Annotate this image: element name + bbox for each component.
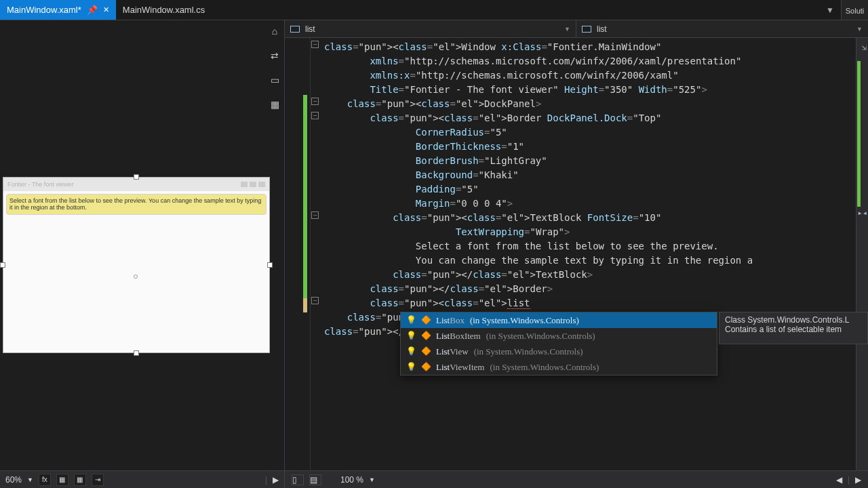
class-icon: 🔶 (421, 316, 431, 325)
intellisense-item-name: ListBoxItem (436, 331, 481, 342)
outline-toggle[interactable]: − (311, 98, 319, 105)
intellisense-item-name: ListView (436, 346, 469, 357)
intellisense-tooltip: Class System.Windows.Controls.L Contains… (719, 312, 868, 344)
intellisense-item-ns: (in System.Windows.Controls) (486, 331, 595, 342)
code-nav-left[interactable]: list ▼ (285, 20, 576, 37)
intellisense-item-name: ListViewItem (436, 362, 484, 373)
change-marker-unsaved (303, 298, 307, 312)
layout-toggle-1[interactable]: ▯ (292, 474, 304, 485)
xaml-designer-pane: ⌂ ⇄ ▭ ▦ Fontier - The font viewer Select… (0, 20, 285, 488)
outline-toggle[interactable]: − (311, 112, 319, 119)
solution-explorer-label: Soluti (846, 7, 865, 15)
class-icon: 🔶 (421, 347, 431, 357)
scroll-change-mark (857, 61, 861, 207)
solution-explorer-collapsed[interactable]: Soluti (841, 0, 868, 20)
code-nav-right[interactable]: list ▼ (576, 20, 868, 37)
code-navigation-bar: list ▼ list ▼ (285, 20, 868, 38)
lightbulb-icon: 💡 (406, 331, 416, 341)
outline-toggle[interactable]: − (311, 41, 319, 48)
tab-mainwindow-xaml-cs[interactable]: MainWindow.xaml.cs (116, 0, 212, 20)
design-surface[interactable]: ⌂ ⇄ ▭ ▦ Fontier - The font viewer Select… (0, 20, 284, 470)
go-arrow-icon[interactable]: ▶ (273, 475, 279, 485)
lightbulb-icon: 💡 (406, 316, 416, 325)
resize-handle-w[interactable] (0, 262, 5, 268)
document-tabstrip: MainWindow.xaml* 📌 ✕ MainWindow.xaml.cs … (0, 0, 868, 20)
code-nav-left-label: list (305, 24, 315, 34)
code-editor[interactable]: − − − − − class="pun"><class="el">Window… (285, 38, 868, 470)
tab-overflow-icon[interactable]: ▼ (826, 5, 834, 15)
resize-handle-s[interactable] (134, 350, 139, 356)
code-vertical-scrollbar[interactable]: ⇲ ▸◂ (856, 38, 868, 470)
code-nav-right-label: list (597, 24, 607, 34)
divider: | (265, 475, 267, 485)
resize-handle-e[interactable] (267, 262, 273, 268)
change-marker (303, 95, 307, 298)
intellisense-item[interactable]: 💡 🔶 ListViewItem (in System.Windows.Cont… (401, 359, 717, 375)
code-text: class="pun"><class="el">Window x:Class="… (324, 40, 853, 339)
designer-statusbar: 60% ▼ fx ▦ ▦ ⇥ | ▶ (0, 470, 284, 488)
intellisense-item[interactable]: 💡 🔶 ListBox (in System.Windows.Controls) (401, 312, 717, 328)
grid1-icon[interactable]: ▦ (56, 474, 68, 486)
outline-toggle[interactable]: − (311, 211, 319, 219)
code-zoom-value[interactable]: 100 % (340, 475, 363, 485)
arrow-left-icon[interactable]: ◀ (836, 475, 842, 485)
layout-toggle-2[interactable]: ▤ (309, 474, 321, 485)
code-statusbar: ▯ ▤ 100 % ▼ ◀ | ▶ (285, 470, 868, 488)
lightbulb-icon: 💡 (406, 363, 416, 372)
element-icon (582, 26, 591, 33)
lightbulb-icon: 💡 (406, 347, 416, 357)
close-icon[interactable]: ✕ (103, 5, 109, 14)
class-icon: 🔶 (421, 363, 431, 372)
class-icon: 🔶 (421, 331, 431, 341)
intellisense-item-ns: (in System.Windows.Controls) (470, 315, 579, 326)
tooltip-line2: Contains a list of selectable item (725, 325, 862, 334)
intellisense-item-ns: (in System.Windows.Controls) (490, 362, 599, 373)
tab-label: MainWindow.xaml.cs (123, 5, 205, 15)
intellisense-popup[interactable]: 💡 🔶 ListBox (in System.Windows.Controls)… (400, 312, 717, 375)
caret-indicator-icon: ▸◂ (858, 206, 867, 220)
tooltip-line1: Class System.Windows.Controls.L (725, 315, 862, 325)
intellisense-item-name: ListBox (436, 315, 465, 326)
grid2-icon[interactable]: ▦ (74, 474, 86, 486)
preview-title: Fontier - The font viewer (7, 181, 73, 188)
divider: | (848, 475, 850, 485)
xaml-code-pane: list ▼ list ▼ − − − − (285, 20, 868, 488)
preview-banner: Select a font from the list below to see… (6, 194, 267, 215)
window-preview[interactable]: Fontier - The font viewer Select a font … (3, 177, 270, 353)
split-icon[interactable]: ⇲ (862, 41, 867, 55)
snap-icon[interactable]: ⇥ (92, 474, 104, 486)
outline-toggle[interactable]: − (311, 297, 319, 304)
code-outline: − − − − − (311, 38, 321, 470)
intellisense-item[interactable]: 💡 🔶 ListView (in System.Windows.Controls… (401, 344, 717, 359)
element-icon (290, 26, 300, 33)
chevron-down-icon[interactable]: ▼ (564, 26, 570, 33)
resize-center-dot[interactable] (134, 274, 138, 279)
tab-mainwindow-xaml[interactable]: MainWindow.xaml* 📌 ✕ (0, 0, 116, 20)
intellisense-item[interactable]: 💡 🔶 ListBoxItem (in System.Windows.Contr… (401, 328, 717, 344)
intellisense-item-ns: (in System.Windows.Controls) (474, 346, 583, 357)
preview-titlebar: Fontier - The font viewer (3, 178, 269, 191)
designer-zoom-value[interactable]: 60% (5, 475, 22, 485)
pin-icon[interactable]: 📌 (87, 5, 98, 15)
tab-label: MainWindow.xaml* (7, 5, 81, 15)
preview-window-buttons (241, 182, 265, 187)
arrow-right-icon[interactable]: ▶ (855, 475, 861, 485)
chevron-down-icon[interactable]: ▼ (856, 26, 863, 33)
effects-icon[interactable]: fx (39, 474, 51, 486)
code-zoom-dropdown-icon[interactable]: ▼ (369, 476, 375, 483)
resize-handle-n[interactable] (134, 174, 139, 180)
designer-zoom-dropdown-icon[interactable]: ▼ (27, 476, 33, 483)
